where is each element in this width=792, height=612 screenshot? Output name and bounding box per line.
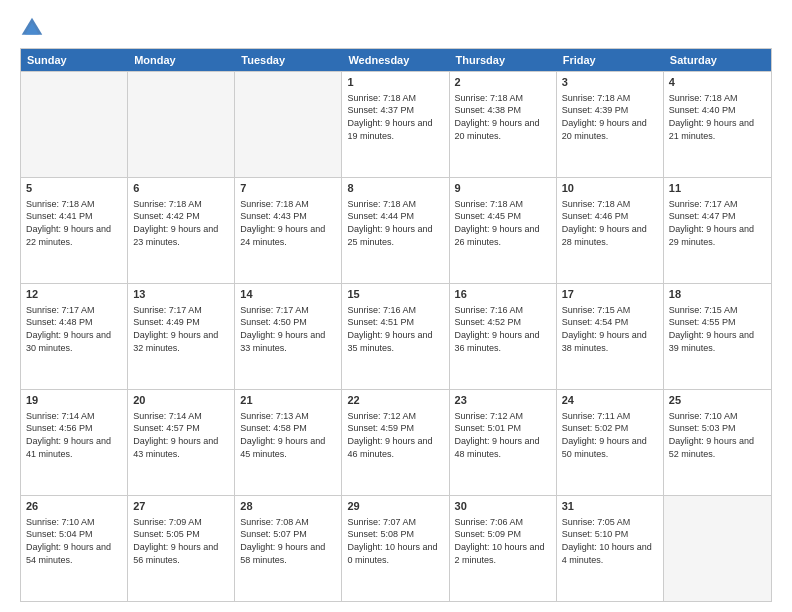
- cell-info: Sunrise: 7:18 AM Sunset: 4:41 PM Dayligh…: [26, 198, 122, 248]
- calendar-header: SundayMondayTuesdayWednesdayThursdayFrid…: [21, 49, 771, 71]
- calendar-cell: 13Sunrise: 7:17 AM Sunset: 4:49 PM Dayli…: [128, 284, 235, 389]
- cell-info: Sunrise: 7:18 AM Sunset: 4:42 PM Dayligh…: [133, 198, 229, 248]
- calendar-cell: 5Sunrise: 7:18 AM Sunset: 4:41 PM Daylig…: [21, 178, 128, 283]
- day-number: 26: [26, 499, 122, 514]
- calendar-cell: 3Sunrise: 7:18 AM Sunset: 4:39 PM Daylig…: [557, 72, 664, 177]
- calendar-cell: 27Sunrise: 7:09 AM Sunset: 5:05 PM Dayli…: [128, 496, 235, 601]
- cell-info: Sunrise: 7:16 AM Sunset: 4:52 PM Dayligh…: [455, 304, 551, 354]
- day-number: 7: [240, 181, 336, 196]
- cell-info: Sunrise: 7:18 AM Sunset: 4:38 PM Dayligh…: [455, 92, 551, 142]
- calendar-cell: 18Sunrise: 7:15 AM Sunset: 4:55 PM Dayli…: [664, 284, 771, 389]
- calendar-cell: 21Sunrise: 7:13 AM Sunset: 4:58 PM Dayli…: [235, 390, 342, 495]
- page: SundayMondayTuesdayWednesdayThursdayFrid…: [0, 0, 792, 612]
- cell-info: Sunrise: 7:18 AM Sunset: 4:43 PM Dayligh…: [240, 198, 336, 248]
- cell-info: Sunrise: 7:14 AM Sunset: 4:56 PM Dayligh…: [26, 410, 122, 460]
- calendar-cell: 7Sunrise: 7:18 AM Sunset: 4:43 PM Daylig…: [235, 178, 342, 283]
- calendar-cell: 1Sunrise: 7:18 AM Sunset: 4:37 PM Daylig…: [342, 72, 449, 177]
- calendar-cell: 20Sunrise: 7:14 AM Sunset: 4:57 PM Dayli…: [128, 390, 235, 495]
- calendar-cell: [128, 72, 235, 177]
- cell-info: Sunrise: 7:17 AM Sunset: 4:47 PM Dayligh…: [669, 198, 766, 248]
- cell-info: Sunrise: 7:12 AM Sunset: 4:59 PM Dayligh…: [347, 410, 443, 460]
- day-number: 16: [455, 287, 551, 302]
- day-number: 24: [562, 393, 658, 408]
- cell-info: Sunrise: 7:12 AM Sunset: 5:01 PM Dayligh…: [455, 410, 551, 460]
- header-day-saturday: Saturday: [664, 49, 771, 71]
- calendar-cell: 8Sunrise: 7:18 AM Sunset: 4:44 PM Daylig…: [342, 178, 449, 283]
- calendar-cell: 23Sunrise: 7:12 AM Sunset: 5:01 PM Dayli…: [450, 390, 557, 495]
- cell-info: Sunrise: 7:16 AM Sunset: 4:51 PM Dayligh…: [347, 304, 443, 354]
- header-day-wednesday: Wednesday: [342, 49, 449, 71]
- day-number: 18: [669, 287, 766, 302]
- calendar: SundayMondayTuesdayWednesdayThursdayFrid…: [20, 48, 772, 602]
- cell-info: Sunrise: 7:06 AM Sunset: 5:09 PM Dayligh…: [455, 516, 551, 566]
- calendar-body: 1Sunrise: 7:18 AM Sunset: 4:37 PM Daylig…: [21, 71, 771, 601]
- cell-info: Sunrise: 7:13 AM Sunset: 4:58 PM Dayligh…: [240, 410, 336, 460]
- calendar-row-2: 12Sunrise: 7:17 AM Sunset: 4:48 PM Dayli…: [21, 283, 771, 389]
- header-day-monday: Monday: [128, 49, 235, 71]
- day-number: 14: [240, 287, 336, 302]
- day-number: 23: [455, 393, 551, 408]
- day-number: 30: [455, 499, 551, 514]
- calendar-cell: 6Sunrise: 7:18 AM Sunset: 4:42 PM Daylig…: [128, 178, 235, 283]
- cell-info: Sunrise: 7:15 AM Sunset: 4:55 PM Dayligh…: [669, 304, 766, 354]
- header-day-friday: Friday: [557, 49, 664, 71]
- calendar-cell: [664, 496, 771, 601]
- day-number: 31: [562, 499, 658, 514]
- calendar-cell: [21, 72, 128, 177]
- cell-info: Sunrise: 7:17 AM Sunset: 4:50 PM Dayligh…: [240, 304, 336, 354]
- day-number: 12: [26, 287, 122, 302]
- calendar-cell: 17Sunrise: 7:15 AM Sunset: 4:54 PM Dayli…: [557, 284, 664, 389]
- cell-info: Sunrise: 7:07 AM Sunset: 5:08 PM Dayligh…: [347, 516, 443, 566]
- day-number: 25: [669, 393, 766, 408]
- day-number: 3: [562, 75, 658, 90]
- header-day-tuesday: Tuesday: [235, 49, 342, 71]
- day-number: 19: [26, 393, 122, 408]
- calendar-row-3: 19Sunrise: 7:14 AM Sunset: 4:56 PM Dayli…: [21, 389, 771, 495]
- header-day-sunday: Sunday: [21, 49, 128, 71]
- calendar-cell: 19Sunrise: 7:14 AM Sunset: 4:56 PM Dayli…: [21, 390, 128, 495]
- logo: [20, 16, 48, 40]
- day-number: 28: [240, 499, 336, 514]
- cell-info: Sunrise: 7:10 AM Sunset: 5:03 PM Dayligh…: [669, 410, 766, 460]
- day-number: 20: [133, 393, 229, 408]
- calendar-cell: 28Sunrise: 7:08 AM Sunset: 5:07 PM Dayli…: [235, 496, 342, 601]
- cell-info: Sunrise: 7:08 AM Sunset: 5:07 PM Dayligh…: [240, 516, 336, 566]
- day-number: 9: [455, 181, 551, 196]
- cell-info: Sunrise: 7:17 AM Sunset: 4:48 PM Dayligh…: [26, 304, 122, 354]
- day-number: 6: [133, 181, 229, 196]
- calendar-cell: [235, 72, 342, 177]
- logo-icon: [20, 16, 44, 40]
- calendar-cell: 25Sunrise: 7:10 AM Sunset: 5:03 PM Dayli…: [664, 390, 771, 495]
- cell-info: Sunrise: 7:18 AM Sunset: 4:37 PM Dayligh…: [347, 92, 443, 142]
- calendar-cell: 11Sunrise: 7:17 AM Sunset: 4:47 PM Dayli…: [664, 178, 771, 283]
- calendar-cell: 16Sunrise: 7:16 AM Sunset: 4:52 PM Dayli…: [450, 284, 557, 389]
- cell-info: Sunrise: 7:18 AM Sunset: 4:39 PM Dayligh…: [562, 92, 658, 142]
- calendar-row-0: 1Sunrise: 7:18 AM Sunset: 4:37 PM Daylig…: [21, 71, 771, 177]
- cell-info: Sunrise: 7:14 AM Sunset: 4:57 PM Dayligh…: [133, 410, 229, 460]
- cell-info: Sunrise: 7:09 AM Sunset: 5:05 PM Dayligh…: [133, 516, 229, 566]
- calendar-row-4: 26Sunrise: 7:10 AM Sunset: 5:04 PM Dayli…: [21, 495, 771, 601]
- day-number: 1: [347, 75, 443, 90]
- calendar-cell: 30Sunrise: 7:06 AM Sunset: 5:09 PM Dayli…: [450, 496, 557, 601]
- cell-info: Sunrise: 7:18 AM Sunset: 4:45 PM Dayligh…: [455, 198, 551, 248]
- day-number: 29: [347, 499, 443, 514]
- day-number: 21: [240, 393, 336, 408]
- cell-info: Sunrise: 7:11 AM Sunset: 5:02 PM Dayligh…: [562, 410, 658, 460]
- calendar-cell: 22Sunrise: 7:12 AM Sunset: 4:59 PM Dayli…: [342, 390, 449, 495]
- header-day-thursday: Thursday: [450, 49, 557, 71]
- calendar-cell: 2Sunrise: 7:18 AM Sunset: 4:38 PM Daylig…: [450, 72, 557, 177]
- day-number: 15: [347, 287, 443, 302]
- cell-info: Sunrise: 7:05 AM Sunset: 5:10 PM Dayligh…: [562, 516, 658, 566]
- day-number: 10: [562, 181, 658, 196]
- calendar-cell: 26Sunrise: 7:10 AM Sunset: 5:04 PM Dayli…: [21, 496, 128, 601]
- day-number: 2: [455, 75, 551, 90]
- calendar-cell: 31Sunrise: 7:05 AM Sunset: 5:10 PM Dayli…: [557, 496, 664, 601]
- calendar-cell: 9Sunrise: 7:18 AM Sunset: 4:45 PM Daylig…: [450, 178, 557, 283]
- cell-info: Sunrise: 7:17 AM Sunset: 4:49 PM Dayligh…: [133, 304, 229, 354]
- cell-info: Sunrise: 7:18 AM Sunset: 4:44 PM Dayligh…: [347, 198, 443, 248]
- calendar-cell: 12Sunrise: 7:17 AM Sunset: 4:48 PM Dayli…: [21, 284, 128, 389]
- day-number: 4: [669, 75, 766, 90]
- day-number: 17: [562, 287, 658, 302]
- cell-info: Sunrise: 7:10 AM Sunset: 5:04 PM Dayligh…: [26, 516, 122, 566]
- calendar-row-1: 5Sunrise: 7:18 AM Sunset: 4:41 PM Daylig…: [21, 177, 771, 283]
